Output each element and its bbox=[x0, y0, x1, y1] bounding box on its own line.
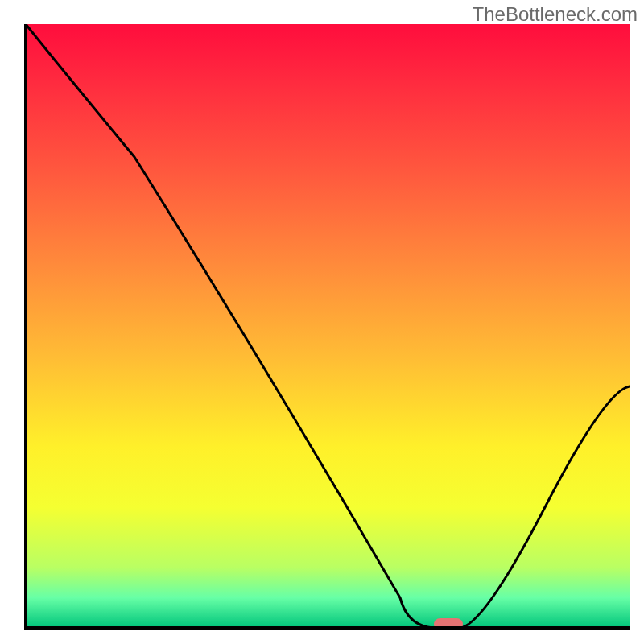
watermark-text: TheBottleneck.com bbox=[473, 3, 638, 26]
plot-area bbox=[26, 24, 630, 628]
chart-container: TheBottleneck.com bbox=[0, 0, 644, 644]
axis-left bbox=[24, 24, 27, 630]
line-curve bbox=[26, 24, 630, 628]
axis-bottom bbox=[24, 626, 630, 630]
